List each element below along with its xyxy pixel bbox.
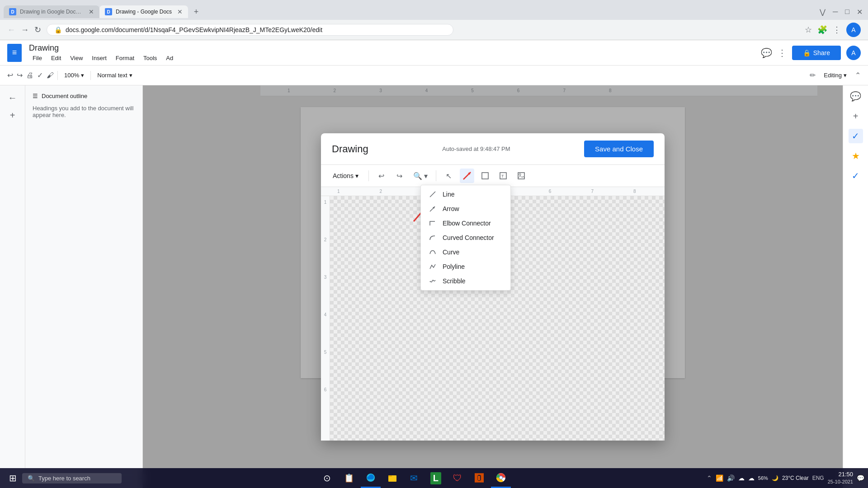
cursor-tool-button[interactable]: ↖ — [442, 169, 456, 183]
elbow-connector-icon — [428, 220, 437, 227]
plus-icon[interactable]: + — [849, 109, 863, 123]
line-type-dropdown: Line Arrow Elbow Connector — [420, 185, 511, 291]
url-text: docs.google.com/document/d/1NsqaF4_PGevS… — [66, 26, 446, 33]
docs-body: ← + ☰ Document outline Headings you add … — [0, 85, 868, 488]
svg-line-9 — [430, 192, 435, 197]
menu-file[interactable]: File — [29, 54, 46, 62]
docs-main[interactable]: 12345678 Drawing Auto-saved at 9:48:47 P… — [143, 85, 843, 488]
taskbar-file-explorer[interactable] — [382, 468, 402, 488]
line-tool-button[interactable] — [460, 169, 474, 183]
taskbar-edge[interactable] — [361, 468, 381, 488]
forward-button[interactable]: → — [21, 25, 29, 35]
tab-bar: D Drawing in Google Docs - Goog... ✕ D D… — [0, 0, 868, 20]
dropdown-item-scribble[interactable]: Scribble — [421, 274, 510, 288]
address-bar: ← → ↻ 🔒 docs.google.com/document/d/1Nsqa… — [0, 20, 868, 40]
explore-icon[interactable]: ✓ — [849, 129, 863, 143]
sidebar-back-button[interactable]: ← — [8, 93, 17, 103]
reload-button[interactable]: ↻ — [34, 25, 41, 35]
spellcheck-icon[interactable]: ✓ — [37, 71, 43, 80]
close-window-button[interactable]: ✕ — [855, 6, 864, 18]
menu-extensions[interactable]: Ad — [162, 54, 177, 62]
tab-1[interactable]: D Drawing in Google Docs - Goog... ✕ — [4, 5, 99, 18]
collapse-icon[interactable]: ⌃ — [855, 71, 861, 80]
curved-label: Curved Connector — [443, 234, 494, 241]
check-circle-icon[interactable]: ✓ — [849, 169, 863, 183]
tab-2-close[interactable]: ✕ — [177, 8, 183, 15]
back-button[interactable]: ← — [7, 25, 15, 35]
dropdown-item-polyline[interactable]: Polyline — [421, 259, 510, 274]
new-tab-button[interactable]: + — [190, 5, 203, 18]
menu-view[interactable]: View — [66, 54, 86, 62]
line-icon — [428, 191, 437, 198]
taskbar-time: 21:50 — [828, 470, 853, 479]
divider-2 — [90, 71, 91, 80]
save-and-close-button[interactable]: Save and Close — [584, 141, 654, 157]
menu-insert[interactable]: Insert — [88, 54, 110, 62]
paint-format-icon[interactable]: 🖌 — [47, 71, 54, 80]
minimize-button[interactable]: ─ — [831, 6, 840, 18]
taskbar-chrome[interactable] — [491, 468, 511, 488]
drawing-redo-button[interactable]: ↪ — [392, 169, 407, 183]
shape-tool-button[interactable] — [478, 169, 492, 183]
undo-icon[interactable]: ↩ — [7, 71, 13, 80]
taskbar-cortana[interactable]: ⊙ — [317, 468, 337, 488]
sidebar-add-icon[interactable]: + — [10, 110, 15, 121]
editing-icon[interactable]: ✏ — [810, 71, 816, 80]
outline-icon: ☰ — [33, 93, 38, 99]
taskbar-office[interactable]: 🅾 — [469, 468, 489, 488]
curve-label: Curve — [443, 249, 459, 256]
taskbar-date: 25-10-2021 — [828, 479, 853, 485]
image-tool-button[interactable] — [514, 169, 528, 183]
share-button[interactable]: 🔒 Share — [792, 46, 841, 60]
chat-icon[interactable]: 💬 — [849, 89, 863, 103]
taskbar-mail[interactable]: ✉ — [404, 468, 424, 488]
docs-outline: ☰ Document outline Headings you add to t… — [25, 85, 143, 488]
drawing-undo-button[interactable]: ↩ — [374, 169, 389, 183]
drawing-zoom-button[interactable]: 🔍 ▾ — [410, 169, 430, 183]
svg-rect-5 — [518, 173, 524, 179]
actions-dropdown[interactable]: Actions ▾ — [328, 170, 363, 181]
style-dropdown[interactable]: Normal text ▾ — [94, 71, 135, 80]
maximize-button[interactable]: □ — [843, 6, 851, 18]
user-avatar[interactable]: A — [846, 23, 861, 37]
print-icon[interactable]: 🖨 — [26, 71, 33, 80]
polyline-label: Polyline — [443, 263, 465, 270]
url-bar[interactable]: 🔒 docs.google.com/document/d/1NsqaF4_PGe… — [47, 24, 453, 36]
tab-list-icon[interactable]: ⋁ — [818, 6, 827, 18]
svg-rect-13 — [388, 475, 392, 477]
comment-icon[interactable]: 💬 — [761, 47, 772, 58]
docs-user-avatar[interactable]: A — [846, 46, 861, 60]
more-icon[interactable]: ⋮ — [833, 25, 841, 35]
svg-point-14 — [496, 473, 505, 482]
extensions-icon[interactable]: 🧩 — [817, 25, 827, 35]
dropdown-item-arrow[interactable]: Arrow — [421, 202, 510, 216]
zoom-icon: 🔍 — [413, 172, 422, 180]
taskbar-search[interactable]: 🔍 Type here to search — [22, 473, 122, 483]
drawing-modal: Drawing Auto-saved at 9:48:47 PM Save an… — [321, 133, 665, 441]
dropdown-item-curved[interactable]: Curved Connector — [421, 230, 510, 245]
taskbar-mcafee[interactable]: 🛡 — [448, 468, 467, 488]
elbow-label: Elbow Connector — [443, 220, 491, 227]
textbox-tool-button[interactable]: T — [496, 169, 510, 183]
bookmark-icon[interactable]: ☆ — [805, 25, 812, 35]
start-button[interactable]: ⊞ — [4, 471, 22, 485]
menu-edit[interactable]: Edit — [47, 54, 65, 62]
tab-1-close[interactable]: ✕ — [89, 8, 94, 15]
notifications-icon[interactable]: 💬 — [857, 474, 864, 482]
editing-dropdown[interactable]: Editing ▾ — [821, 71, 849, 80]
taskbar-onedrive-icon: ☁ — [748, 474, 755, 482]
more-icon[interactable]: ⋮ — [778, 47, 787, 58]
dropdown-item-line[interactable]: Line — [421, 187, 510, 202]
dropdown-item-curve[interactable]: Curve — [421, 245, 510, 259]
taskbar-task-view[interactable]: 📋 — [339, 468, 359, 488]
menu-tools[interactable]: Tools — [140, 54, 160, 62]
zoom-dropdown[interactable]: 100% ▾ — [61, 71, 87, 80]
docs-document-title[interactable]: Drawing — [29, 43, 177, 53]
taskbar-l-app[interactable]: L — [426, 468, 446, 488]
tab-2[interactable]: D Drawing - Google Docs ✕ — [99, 5, 188, 18]
redo-icon[interactable]: ↪ — [17, 71, 23, 80]
star-icon[interactable]: ★ — [849, 149, 863, 163]
dropdown-item-elbow[interactable]: Elbow Connector — [421, 216, 510, 230]
taskbar: ⊞ 🔍 Type here to search ⊙ 📋 ✉ L 🛡 — [0, 468, 868, 488]
menu-format[interactable]: Format — [112, 54, 138, 62]
